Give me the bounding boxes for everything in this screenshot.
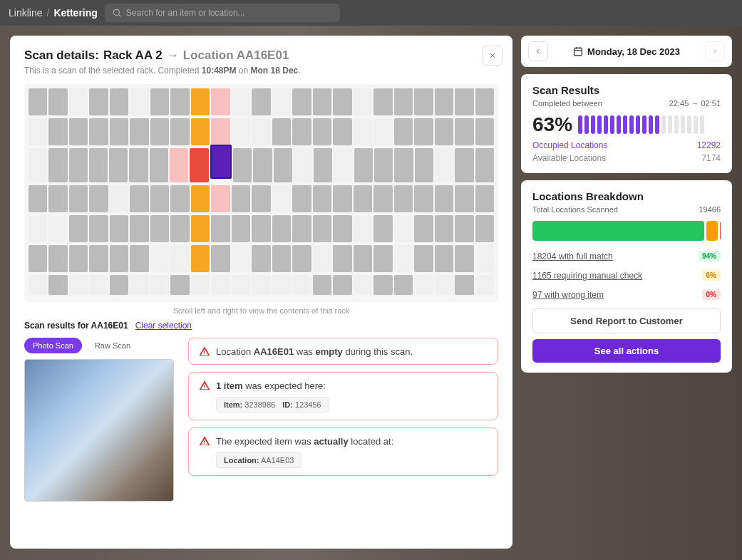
scan-details-panel: Scan details: Rack AA 2 → Location AA16E… (10, 36, 512, 549)
progress-tick (597, 115, 602, 134)
alert-actual-location: The expected item was actually located a… (188, 427, 498, 476)
completed-label: Completed between (532, 99, 602, 108)
date-display[interactable]: Monday, 18 Dec 2023 (555, 46, 698, 57)
date-navigator: Monday, 18 Dec 2023 (521, 36, 732, 67)
warning-icon (199, 435, 210, 447)
close-icon (488, 51, 497, 60)
progress-tick (668, 115, 672, 134)
breadcrumb-separator: / (46, 7, 49, 19)
arrow-icon: → (167, 48, 179, 63)
svg-point-0 (113, 9, 119, 15)
breadcrumb-root[interactable]: Linkline (9, 7, 42, 19)
alert-text: 1 item was expected here: (216, 380, 326, 391)
search-icon (112, 8, 122, 18)
alerts-list: Location AA16E01 was empty during this s… (188, 338, 498, 502)
occupancy-percent: 63% (532, 113, 572, 136)
alert-text: The expected item was actually located a… (216, 436, 393, 447)
progress-tick (661, 115, 666, 134)
selected-cell[interactable] (210, 145, 232, 179)
scan-title-rack: Rack AA 2 (103, 48, 163, 63)
scan-subtitle: This is a scan of the selected rack. Com… (24, 66, 498, 76)
scan-view-tabs: Photo Scan Raw Scan (24, 338, 174, 353)
occupied-value: 12292 (697, 140, 721, 150)
alert-expected-item: 1 item was expected here: Item: 3238986 … (188, 372, 498, 420)
clear-selection-link[interactable]: Clear selection (135, 321, 192, 331)
locations-breakdown-card: Locations Breakdown Total Locations Scan… (521, 180, 732, 373)
progress-tick (655, 115, 659, 134)
scan-results-card: Scan Results Completed between 22:45 → 0… (521, 74, 732, 173)
see-all-actions-button[interactable]: See all actions (532, 339, 721, 363)
progress-tick (604, 115, 608, 134)
results-for-loc: AA16E01 (91, 321, 128, 331)
wrong-item-badge: 0% (702, 289, 721, 300)
available-label[interactable]: Available Locations (532, 153, 606, 163)
close-button[interactable] (483, 46, 503, 66)
progress-tick (649, 115, 653, 134)
occupied-label[interactable]: Occupied Locations (532, 140, 607, 150)
date-text-value: Monday, 18 Dec 2023 (587, 46, 680, 57)
alert-empty-location: Location AA16E01 was empty during this s… (188, 338, 498, 365)
breakdown-title: Locations Breakdown (532, 190, 721, 202)
progress-tick (694, 115, 698, 134)
scan-photo[interactable] (24, 359, 174, 502)
sub-date: Mon 18 Dec (251, 66, 299, 76)
send-report-button[interactable]: Send Report to Customer (532, 308, 721, 333)
tab-raw-scan[interactable]: Raw Scan (86, 338, 139, 353)
calendar-icon (573, 46, 583, 56)
scan-title-prefix: Scan details: (24, 48, 99, 63)
scan-results-for: Scan results for AA16E01 Clear selection (24, 321, 498, 331)
progress-tick (700, 115, 704, 134)
warning-icon (199, 380, 210, 391)
chevron-left-icon (534, 47, 542, 56)
progress-tick (674, 115, 679, 134)
alert-text: Location AA16E01 was empty during this s… (216, 346, 413, 357)
sub-time: 10:48PM (202, 66, 237, 76)
breakdown-bar (532, 221, 721, 241)
app-header: Linkline / Kettering (0, 0, 742, 26)
completed-time: 22:45 → 02:51 (669, 99, 721, 108)
available-value: 7174 (701, 153, 721, 163)
alert-item-detail: Item: 3238986 ID: 123456 (216, 397, 329, 413)
svg-rect-4 (574, 48, 582, 56)
progress-tick (681, 115, 685, 134)
full-match-badge: 94% (698, 251, 721, 261)
alert-location-detail: Location: AA14E03 (216, 452, 302, 468)
search-input[interactable] (126, 8, 333, 18)
bar-segment-match (532, 221, 704, 241)
full-match-link[interactable]: 18204 with full match (532, 252, 613, 261)
date-prev-button[interactable] (528, 41, 548, 61)
warning-icon (199, 346, 210, 357)
progress-tick (584, 115, 589, 134)
svg-line-1 (118, 15, 120, 17)
progress-tick (578, 115, 582, 134)
sub-prefix: This is a scan of the selected rack. Com… (24, 66, 199, 76)
total-scanned-value: 19466 (699, 205, 721, 214)
scan-title: Scan details: Rack AA 2 → Location AA16E… (24, 48, 498, 63)
sub-on: on (239, 66, 248, 76)
progress-tick (642, 115, 646, 134)
progress-tick (623, 115, 627, 134)
manual-check-link[interactable]: 1165 requiring manual check (532, 271, 642, 281)
date-next-button[interactable] (705, 41, 725, 61)
bar-segment-wrong (720, 221, 721, 241)
wrong-item-link[interactable]: 97 with wrong item (532, 290, 604, 300)
scan-results-title: Scan Results (532, 84, 721, 96)
manual-check-badge: 6% (702, 270, 721, 281)
scan-title-location: Location AA16E01 (183, 48, 289, 63)
breadcrumb-current[interactable]: Kettering (53, 7, 97, 19)
rack-grid[interactable] (24, 84, 498, 302)
results-for-prefix: Scan results for (24, 321, 89, 331)
progress-tick (617, 115, 621, 134)
progress-tick (610, 115, 614, 134)
chevron-right-icon (711, 47, 719, 56)
progress-tick (591, 115, 595, 134)
scroll-hint: Scroll left and right to view the conten… (24, 306, 498, 315)
progress-tick (687, 115, 691, 134)
search-container[interactable] (105, 4, 340, 22)
tab-photo-scan[interactable]: Photo Scan (24, 338, 82, 353)
total-scanned-label: Total Locations Scanned (532, 205, 618, 214)
bar-segment-manual (706, 221, 717, 241)
progress-tick (629, 115, 634, 134)
progress-ticks (578, 115, 721, 134)
progress-tick (636, 115, 640, 134)
